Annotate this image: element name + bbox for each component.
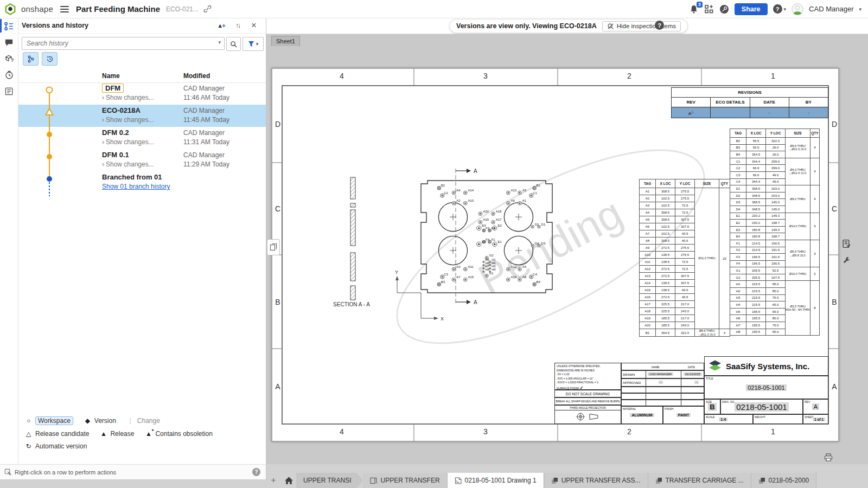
search-button[interactable] xyxy=(226,37,241,51)
view-toggles xyxy=(23,52,58,66)
svg-text:A8: A8 xyxy=(522,275,527,279)
version-row[interactable]: DFM›Show changes...CAD Manager11:46 AM T… xyxy=(18,82,266,105)
drawing-viewport[interactable]: Versions are view only. Viewing ECO-0218… xyxy=(266,18,868,464)
drawing-sheet[interactable]: Pending SECTION A - A xyxy=(271,68,839,442)
help-menu[interactable]: ? ▾ xyxy=(773,4,787,14)
document-tab[interactable]: 0218-05-1001 Drawing 1 xyxy=(448,473,544,488)
document-subtitle: ECO-021... xyxy=(166,5,199,13)
version-name: DFM 0.1 xyxy=(102,151,129,159)
zone-label: 2 xyxy=(624,72,635,80)
svg-text:A20: A20 xyxy=(483,210,489,213)
svg-text:A18: A18 xyxy=(496,210,502,213)
inspection-report-icon[interactable] xyxy=(840,237,853,250)
svg-text:H4: H4 xyxy=(492,268,496,271)
restore-view-toggle[interactable] xyxy=(42,52,58,66)
status-help-icon[interactable]: ? xyxy=(252,468,260,476)
version-list: DFM›Show changes...CAD Manager11:46 AM T… xyxy=(18,82,266,194)
versions-panel: Versions and history ▲+ ↑↓ × ▾ ▾ Name Mo… xyxy=(18,18,266,464)
version-legend: ○Workspace◆Version⋮Change△Release candid… xyxy=(25,416,213,455)
avatar[interactable] xyxy=(792,3,803,15)
rail-versions-icon[interactable] xyxy=(0,18,18,34)
rail-comments-icon[interactable] xyxy=(0,34,18,50)
svg-text:B2: B2 xyxy=(441,184,445,187)
branch-view-toggle[interactable] xyxy=(23,52,39,66)
filter-button[interactable]: ▾ xyxy=(242,37,264,51)
svg-text:A14: A14 xyxy=(468,189,474,192)
modified-by: CAD Manager xyxy=(183,85,225,92)
version-row[interactable]: DFM 0.1›Show changes...CAD Manager11:29 … xyxy=(18,149,266,171)
zone-label: A xyxy=(272,382,283,391)
modified-time: 11:31 AM Today xyxy=(183,138,229,146)
home-tab[interactable] xyxy=(281,473,296,488)
user-menu[interactable]: CAD Manager xyxy=(809,5,853,13)
modified-time: 11:29 AM Today xyxy=(183,160,229,168)
compare-icon[interactable]: ↑↓ xyxy=(231,20,244,31)
document-tab[interactable]: UPPER TRANSFER ASS... xyxy=(544,473,648,488)
close-panel-icon[interactable]: × xyxy=(247,20,260,31)
sheet-tab[interactable]: Sheet1 xyxy=(271,36,300,46)
document-tab[interactable]: UPPER TRANSI xyxy=(296,473,363,488)
modified-by: CAD Manager xyxy=(183,151,225,159)
share-button[interactable]: Share xyxy=(735,3,768,15)
version-row[interactable]: DFM 0.2›Show changes...CAD Manager11:31 … xyxy=(18,127,266,149)
show-changes-link[interactable]: ›Show changes... xyxy=(102,138,154,146)
hole-marker: A14 xyxy=(463,189,474,195)
main-menu-icon[interactable] xyxy=(60,6,69,12)
notifications-icon[interactable]: 3 xyxy=(689,4,699,14)
hole-row: B1354.5322.0Ø6.6 THRU⌴Ø11.3 ↧6.04 xyxy=(640,329,730,337)
zone-label: 2 xyxy=(624,427,635,436)
version-row[interactable]: ECO-0218A›Show changes...CAD Manager11:4… xyxy=(18,105,266,127)
learning-center-icon[interactable] xyxy=(719,4,729,14)
svg-text:B3: B3 xyxy=(441,280,445,284)
view-only-banner: Versions are view only. Viewing ECO-0218… xyxy=(449,19,688,33)
svg-text:B4: B4 xyxy=(537,280,541,284)
show-changes-link[interactable]: ›Show changes... xyxy=(102,116,154,124)
assembly-icon xyxy=(758,477,765,484)
rail-history-icon[interactable] xyxy=(0,67,18,83)
print-icon[interactable] xyxy=(822,452,834,463)
svg-text:C2: C2 xyxy=(444,191,448,195)
title-block: UNLESS OTHERWISE SPECIFIED, DIMENSIONS A… xyxy=(554,356,828,424)
tolerance-notes: UNLESS OTHERWISE SPECIFIED, DIMENSIONS A… xyxy=(554,363,621,390)
svg-text:F3: F3 xyxy=(486,227,490,230)
hide-inspection-button[interactable]: Hide inspection items xyxy=(602,21,681,31)
break-edges-note: BREAK ALL SHARP EDGES AND REMOVE BURRS xyxy=(554,397,621,405)
banner-help-icon[interactable]: ? xyxy=(655,21,664,30)
tab-label: TRANSFER CARRIAGE ... xyxy=(666,477,744,484)
dwg-no-cell: DWG. NO. 0218-05-1001 xyxy=(720,399,803,414)
onshape-logo-icon[interactable] xyxy=(4,3,16,15)
document-tab[interactable]: TRANSFER CARRIAGE ... xyxy=(648,473,751,488)
axis-x-label: X xyxy=(441,316,444,322)
modified-by: CAD Manager xyxy=(183,107,225,114)
legend-label: Change xyxy=(137,417,160,425)
document-tab[interactable]: UPPER TRANSFER xyxy=(363,473,447,488)
apps-icon[interactable] xyxy=(704,4,714,14)
zone-label: 1 xyxy=(768,72,778,80)
hole-marker: C3 xyxy=(441,273,449,279)
svg-text:A17: A17 xyxy=(496,218,502,221)
show-changes-link[interactable]: ›Show changes... xyxy=(102,94,154,101)
circle-open-icon: ○ xyxy=(25,417,32,425)
document-tab[interactable]: 0218-05-2000 xyxy=(751,473,817,488)
show-changes-link[interactable]: ›Show changes... xyxy=(102,160,154,168)
search-dropdown-icon[interactable]: ▾ xyxy=(218,40,221,45)
chevron-right-icon: › xyxy=(102,94,104,101)
hole-row: E1230.2149.3Ø14.0 THRU4 xyxy=(730,213,820,220)
copy-link-icon[interactable] xyxy=(203,5,212,13)
zone-label: B xyxy=(272,298,283,306)
assembly-icon xyxy=(551,477,558,484)
tools-icon[interactable] xyxy=(840,253,853,266)
zone-label: 4 xyxy=(336,72,347,80)
create-version-icon[interactable]: ▲+ xyxy=(215,20,228,31)
rail-where-used-icon[interactable]: ? xyxy=(0,50,18,67)
add-tab-button[interactable]: + xyxy=(266,473,281,488)
svg-text:A5: A5 xyxy=(522,189,527,192)
hole-marker: A6 xyxy=(452,189,461,195)
branch-history-link[interactable]: Show 01 branch history xyxy=(102,183,170,190)
version-row[interactable]: Branched from 01Show 01 branch history xyxy=(18,171,266,194)
sheets-panel-toggle[interactable] xyxy=(267,239,280,255)
rail-properties-icon[interactable] xyxy=(0,83,18,99)
hole-row: H1215.595.0Ø2.5 THRUM3x.50 - 6H THRU8 xyxy=(730,281,820,288)
search-history-input[interactable] xyxy=(25,38,212,49)
status-text: Right-click on a row to perform actions xyxy=(15,469,116,476)
